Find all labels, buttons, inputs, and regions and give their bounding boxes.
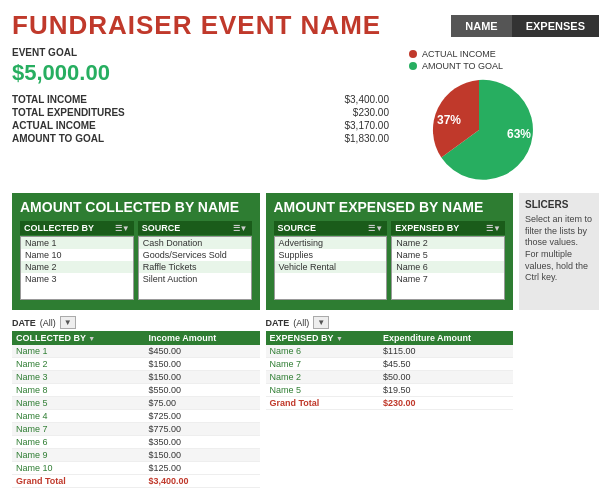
table-row: Name 10$125.00 — [12, 462, 260, 475]
exp-grand-total-label: Grand Total — [266, 397, 379, 410]
table-row: Name 2$150.00 — [12, 358, 260, 371]
stats-row: TOTAL EXPENDITURES$230.00 — [12, 107, 389, 118]
stats-row: ACTUAL INCOME$3,170.00 — [12, 120, 389, 131]
name-button[interactable]: NAME — [451, 15, 511, 37]
chart-legend: ACTUAL INCOME AMOUNT TO GOAL — [409, 49, 503, 71]
income-name: Name 4 — [12, 410, 145, 423]
list-item[interactable]: Vehicle Rental — [275, 261, 387, 273]
expensed-title: AMOUNT EXPENSED BY NAME — [274, 199, 506, 215]
exp-value: $45.50 — [379, 358, 513, 371]
income-table: COLLECTED BY ▼ Income Amount Name 1$450.… — [12, 331, 260, 488]
income-name: Name 1 — [12, 345, 145, 358]
legend-goal: AMOUNT TO GOAL — [409, 61, 503, 71]
grand-total-label: Grand Total — [12, 475, 145, 488]
income-name: Name 9 — [12, 449, 145, 462]
income-value: $150.00 — [145, 449, 260, 462]
income-name: Name 7 — [12, 423, 145, 436]
table-row: Name 6$350.00 — [12, 436, 260, 449]
collected-by-list[interactable]: Name 1Name 10Name 2Name 3 — [20, 236, 134, 300]
exp-source-col: SOURCE ☰▼ AdvertisingSuppliesVehicle Ren… — [274, 221, 388, 300]
list-item[interactable]: Name 2 — [21, 261, 133, 273]
source-list[interactable]: Cash DonationGoods/Services SoldRaffle T… — [138, 236, 252, 300]
income-date-filter: DATE (All) ▼ — [12, 316, 260, 329]
list-item[interactable]: Name 3 — [21, 273, 133, 285]
stats-row: AMOUNT TO GOAL$1,830.00 — [12, 133, 389, 144]
pie-label-green: 63% — [507, 127, 531, 141]
exp-name: Name 6 — [266, 345, 379, 358]
exp-name: Name 7 — [266, 358, 379, 371]
header-buttons: NAME EXPENSES — [451, 15, 599, 37]
exp-source-list[interactable]: AdvertisingSuppliesVehicle Rental — [274, 236, 388, 300]
list-item[interactable]: Cash Donation — [139, 237, 251, 249]
stats-label: TOTAL EXPENDITURES — [12, 107, 125, 118]
expensed-by-list[interactable]: Name 2Name 5Name 6Name 7 — [391, 236, 505, 300]
amount-expensed-section: AMOUNT EXPENSED BY NAME SOURCE ☰▼ Advert… — [266, 193, 514, 310]
collected-title: AMOUNT COLLECTED BY NAME — [20, 199, 252, 215]
list-item[interactable]: Advertising — [275, 237, 387, 249]
top-section: EVENT GOAL $5,000.00 TOTAL INCOME$3,400.… — [0, 47, 611, 185]
income-table-header: COLLECTED BY ▼ Income Amount — [12, 331, 260, 345]
expensed-filters: SOURCE ☰▼ AdvertisingSuppliesVehicle Ren… — [274, 221, 506, 300]
filter-icon-1: ☰▼ — [115, 224, 130, 233]
source-header[interactable]: SOURCE ☰▼ — [138, 221, 252, 235]
exp-col1-header[interactable]: EXPENSED BY ▼ — [266, 331, 379, 345]
stats-table: TOTAL INCOME$3,400.00TOTAL EXPENDITURES$… — [12, 94, 389, 144]
grand-total-value: $3,400.00 — [145, 475, 260, 488]
list-item[interactable]: Name 6 — [392, 261, 504, 273]
stats-label: ACTUAL INCOME — [12, 120, 96, 131]
income-date-value: (All) — [40, 318, 56, 328]
filter-icon-3: ☰▼ — [368, 224, 383, 233]
stats-label: TOTAL INCOME — [12, 94, 87, 105]
grand-total-row: Grand Total$3,400.00 — [12, 475, 260, 488]
income-col1-header[interactable]: COLLECTED BY ▼ — [12, 331, 145, 345]
income-value: $450.00 — [145, 345, 260, 358]
filter-icon-2: ☰▼ — [233, 224, 248, 233]
income-name: Name 5 — [12, 397, 145, 410]
list-item[interactable]: Raffle Tickets — [139, 261, 251, 273]
goal-value: $5,000.00 — [12, 60, 389, 86]
exp-table-header: EXPENSED BY ▼ Expenditure Amount — [266, 331, 514, 345]
exp-source-header[interactable]: SOURCE ☰▼ — [274, 221, 388, 235]
expensed-by-header[interactable]: EXPENSED BY ☰▼ — [391, 221, 505, 235]
income-table-block: DATE (All) ▼ COLLECTED BY ▼ Income Amoun… — [12, 316, 260, 488]
income-col2-header[interactable]: Income Amount — [145, 331, 260, 345]
list-item[interactable]: Name 10 — [21, 249, 133, 261]
table-row: Name 8$550.00 — [12, 384, 260, 397]
table-row: Name 5$75.00 — [12, 397, 260, 410]
exp-col2-header[interactable]: Expenditure Amount — [379, 331, 513, 345]
income-value: $150.00 — [145, 358, 260, 371]
collected-by-label: COLLECTED BY — [24, 223, 94, 233]
list-item[interactable]: Supplies — [275, 249, 387, 261]
stats-value: $3,400.00 — [345, 94, 390, 105]
income-value: $725.00 — [145, 410, 260, 423]
filter-icon-4: ☰▼ — [486, 224, 501, 233]
collected-by-header[interactable]: COLLECTED BY ☰▼ — [20, 221, 134, 235]
income-name: Name 6 — [12, 436, 145, 449]
expenses-button[interactable]: EXPENSES — [512, 15, 599, 37]
bottom-spacer — [519, 316, 599, 488]
income-name: Name 8 — [12, 384, 145, 397]
list-item[interactable]: Name 7 — [392, 273, 504, 285]
goal-label: EVENT GOAL — [12, 47, 389, 58]
list-item[interactable]: Silent Auction — [139, 273, 251, 285]
income-name: Name 3 — [12, 371, 145, 384]
income-value: $125.00 — [145, 462, 260, 475]
legend-actual-label: ACTUAL INCOME — [422, 49, 496, 59]
income-value: $775.00 — [145, 423, 260, 436]
table-row: Name 6$115.00 — [266, 345, 514, 358]
chart-section: ACTUAL INCOME AMOUNT TO GOAL 37% 63% — [399, 47, 599, 185]
event-title: FUNDRAISER EVENT NAME — [12, 10, 381, 41]
income-value: $75.00 — [145, 397, 260, 410]
stats-value: $3,170.00 — [345, 120, 390, 131]
list-item[interactable]: Goods/Services Sold — [139, 249, 251, 261]
table-row: Name 9$150.00 — [12, 449, 260, 462]
list-item[interactable]: Name 5 — [392, 249, 504, 261]
income-date-dropdown[interactable]: ▼ — [60, 316, 76, 329]
exp-date-dropdown[interactable]: ▼ — [313, 316, 329, 329]
expensed-by-col: EXPENSED BY ☰▼ Name 2Name 5Name 6Name 7 — [391, 221, 505, 300]
list-item[interactable]: Name 2 — [392, 237, 504, 249]
pie-chart: 37% 63% — [419, 75, 539, 185]
bottom-section: DATE (All) ▼ COLLECTED BY ▼ Income Amoun… — [0, 316, 611, 488]
list-item[interactable]: Name 1 — [21, 237, 133, 249]
income-value: $150.00 — [145, 371, 260, 384]
